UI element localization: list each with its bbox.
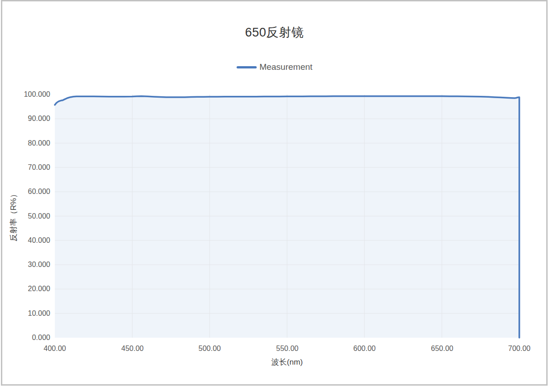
x-tick-label: 600.00 bbox=[344, 344, 385, 353]
y-tick-label: 40.000 bbox=[0, 236, 50, 245]
y-tick-label: 80.000 bbox=[0, 139, 50, 148]
x-tick-label: 650.00 bbox=[422, 344, 463, 353]
y-tick-label: 0.000 bbox=[0, 333, 50, 342]
y-tick-label: 60.000 bbox=[0, 187, 50, 196]
x-tick-label: 400.00 bbox=[34, 344, 75, 353]
y-axis-title: 反射率（R%） bbox=[8, 190, 19, 241]
y-tick-label: 50.000 bbox=[0, 212, 50, 221]
y-tick-label: 90.000 bbox=[0, 114, 50, 123]
x-tick-label: 500.00 bbox=[189, 344, 230, 353]
plot-area[interactable] bbox=[0, 0, 549, 392]
x-tick-label: 700.00 bbox=[499, 344, 540, 353]
y-tick-label: 10.000 bbox=[0, 309, 50, 318]
chart-widget: 650反射镜 Measurement 0.00010.00020.00030.0… bbox=[0, 0, 549, 392]
x-tick-label: 550.00 bbox=[267, 344, 308, 353]
y-tick-label: 20.000 bbox=[0, 284, 50, 293]
x-axis-title: 波长(nm) bbox=[55, 357, 519, 367]
y-tick-label: 100.000 bbox=[0, 90, 50, 99]
y-tick-label: 30.000 bbox=[0, 260, 50, 269]
x-tick-label: 450.00 bbox=[112, 344, 153, 353]
y-tick-label: 70.000 bbox=[0, 163, 50, 172]
